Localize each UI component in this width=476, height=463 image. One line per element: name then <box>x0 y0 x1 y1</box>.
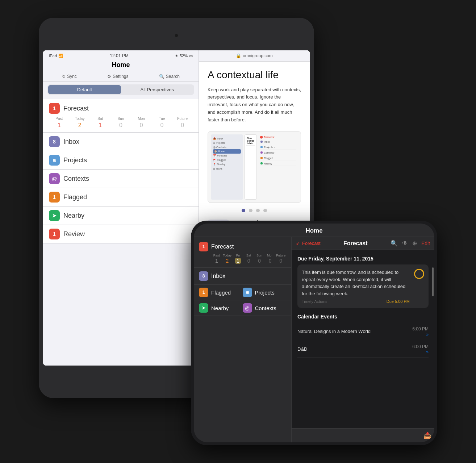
seg-default[interactable]: Default <box>48 85 121 94</box>
settings-label: Settings <box>113 74 128 79</box>
detail-due-section: Due Friday, September 11, 2015 This item… <box>297 256 429 308</box>
ipad-toolbar: ↻ Sync ⚙ Settings 🔍 Search <box>43 72 199 82</box>
iphone-projects-label: Projects <box>255 289 275 296</box>
scene: iPad 📶 12:01 PM ✴ 52% ▭ Home ↻ <box>39 18 437 445</box>
dot-2[interactable] <box>249 209 252 212</box>
inbox-label: Inbox <box>63 138 79 146</box>
iphone-contexts-label: Contexts <box>255 305 276 311</box>
iphone-device: Home 1 Forecast Past <box>191 221 437 445</box>
forecast-col-tue: Tue 0 <box>152 117 172 129</box>
inbox-icon: 8 <box>49 136 60 147</box>
list-item[interactable]: 1 Review <box>43 225 199 243</box>
dot-1[interactable] <box>242 209 245 212</box>
iphone-two-col-row1: 1 Flagged ⊞ Projects <box>194 285 291 300</box>
inbox-tab-icon[interactable]: 📥 <box>423 431 431 439</box>
iphone-nearby-label: Nearby <box>211 305 229 311</box>
ws-items: Inbox Projects › Contexts › <box>260 140 296 166</box>
list-item[interactable]: ➤ Nearby <box>43 207 199 225</box>
search-label: Search <box>166 74 180 79</box>
ws-item-contexts: @ Contexts <box>213 145 241 149</box>
iphone-forecast-grid: Past 1 Today 2 Fri 1 <box>199 254 286 264</box>
detail-item-text: This item is due tomorrow, and is schedu… <box>302 269 410 304</box>
iphone-list-item-projects[interactable]: ⊞ Projects <box>243 288 287 297</box>
sync-icon: ↻ <box>62 74 66 79</box>
list-item[interactable]: 1 Flagged <box>43 188 199 207</box>
list-item[interactable]: @ Contexts <box>43 170 199 188</box>
perspective-header-flagged: 1 Flagged <box>49 192 193 203</box>
iphone-fc-fri: Fri 1 <box>233 254 243 264</box>
wifi-icon: 📶 <box>58 54 63 58</box>
eye-icon[interactable]: 👁 <box>402 240 408 247</box>
iphone-list-item-nearby[interactable]: ➤ Nearby <box>199 303 243 313</box>
iphone-forecast-label: Forecast <box>211 243 234 250</box>
ws-item-flagged2: 🚩 Flagged <box>213 158 241 162</box>
ipad-left-panel: iPad 📶 12:01 PM ✴ 52% ▭ Home ↻ <box>43 50 199 366</box>
iphone-inbox-icon: 8 <box>199 271 208 281</box>
iphone-list-item-forecast[interactable]: 1 Forecast Past 1 Today 2 <box>194 238 291 268</box>
ipad-camera <box>175 34 178 37</box>
iphone-content: 1 Forecast Past 1 Today 2 <box>194 237 434 442</box>
projects-icon: ⊞ <box>49 155 60 166</box>
cal-event-time-1: 6:00 PM <box>412 326 429 331</box>
bluetooth-icon: ✴ <box>175 54 178 58</box>
detail-due-date: Due Friday, September 11, 2015 <box>297 256 429 262</box>
settings-button[interactable]: ⚙ Settings <box>107 74 128 79</box>
cal-chevron-2: » <box>412 350 429 355</box>
contexts-label: Contexts <box>63 175 89 183</box>
ws-item-tasks: ☰ Tasks <box>213 167 241 171</box>
iphone-flagged-label: Flagged <box>211 289 231 296</box>
dot-4[interactable] <box>263 209 267 212</box>
perspective-header-nearby: ➤ Nearby <box>49 210 193 221</box>
detail-completion-circle[interactable] <box>414 269 424 279</box>
carousel-dots <box>208 209 301 212</box>
detail-item-body: This item is due tomorrow, and is schedu… <box>302 269 410 297</box>
ws-main: New coffee table <box>245 134 257 200</box>
cal-event-name-1: Natural Designs in a Modern World <box>297 329 371 334</box>
contexts-icon: @ <box>49 173 60 184</box>
ws-item-inbox: 📥 Inbox <box>213 137 241 141</box>
forecast-col-mon: Mon 0 <box>131 117 152 129</box>
battery-label: 52% <box>180 54 188 58</box>
edit-button[interactable]: Edit <box>421 241 430 246</box>
url-bar[interactable]: 🔒 omnigroup.com <box>199 50 310 62</box>
search-icon[interactable]: 🔍 <box>391 240 398 247</box>
iphone-detail-content: Due Friday, September 11, 2015 This item… <box>292 250 434 428</box>
cal-time-group-1: 6:00 PM » <box>412 325 429 337</box>
ws-item-nearby2: 📍 Nearby <box>213 162 241 167</box>
list-item[interactable]: ⊞ Projects <box>43 151 199 170</box>
iphone-list-item-flagged[interactable]: 1 Flagged <box>199 288 243 297</box>
dot-3[interactable] <box>256 209 260 212</box>
ws-item-projects: ⊞ Projects <box>213 141 241 145</box>
search-button[interactable]: 🔍 Search <box>159 74 180 79</box>
cal-item-2[interactable]: D&D 6:00 PM » <box>297 340 429 358</box>
ipad-perspective-list: 1 Forecast Past 1 Today 2 <box>43 98 199 366</box>
forecast-col-future: Future 0 <box>172 117 193 129</box>
perspective-header-forecast: 1 Forecast <box>49 103 193 114</box>
iphone-screen: Home 1 Forecast Past <box>194 224 434 442</box>
cal-event-name-2: D&D <box>297 346 307 352</box>
ws-new-table: New coffee table <box>246 136 255 146</box>
plus-icon[interactable]: ⊕ <box>412 240 417 247</box>
iphone-home-header: Home <box>194 224 434 237</box>
sync-button[interactable]: ↻ Sync <box>62 74 77 79</box>
iphone-list-item-inbox[interactable]: 8 Inbox <box>194 268 291 285</box>
list-item[interactable]: 1 Forecast Past 1 Today 2 <box>43 99 199 133</box>
forecast-icon: 1 <box>49 103 60 114</box>
review-icon: 1 <box>49 229 60 239</box>
iphone-inbox-label: Inbox <box>211 273 225 279</box>
iphone-home-title: Home <box>221 227 407 234</box>
iphone-list-item-contexts[interactable]: @ Contexts <box>243 303 287 313</box>
list-item[interactable]: 8 Inbox <box>43 133 199 151</box>
settings-icon: ⚙ <box>107 74 111 79</box>
back-arrow-icon: ↙ <box>296 241 300 246</box>
detail-back-button[interactable]: ↙ Forecast <box>296 241 321 246</box>
ws-item-row: Contexts › <box>260 151 296 155</box>
forecast-col-sat: Sat 1 <box>90 117 110 129</box>
cal-item-1[interactable]: Natural Designs in a Modern World 6:00 P… <box>297 322 429 340</box>
seg-all-perspectives[interactable]: All Perspectives <box>121 85 194 94</box>
detail-item-card[interactable]: This item is due tomorrow, and is schedu… <box>297 264 429 308</box>
web-screenshot: 📥 Inbox ⊞ Projects @ Contexts 🏠 Home 📅 F… <box>208 131 301 203</box>
perspective-header-inbox: 8 Inbox <box>49 136 193 147</box>
detail-due-time: Due 5:00 PM <box>387 299 410 304</box>
iphone-fc-mon: Mon 0 <box>265 254 276 264</box>
